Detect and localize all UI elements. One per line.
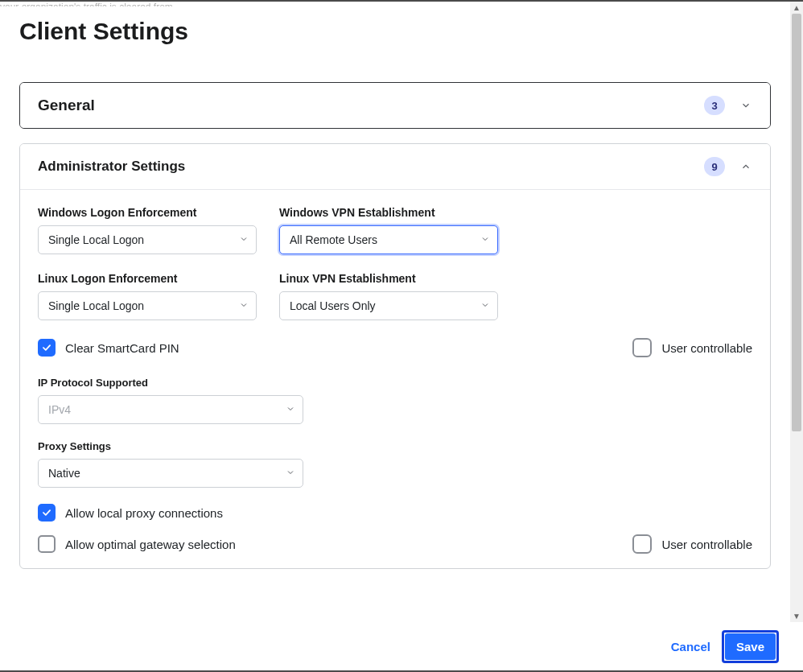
allow-local-proxy-label: Allow local proxy connections [65,506,223,520]
backdrop-text: your organization's traffic is cleared f… [0,2,790,6]
ip-protocol-select[interactable]: IPv4 [38,395,303,424]
footer-action-bar: Cancel Save [0,622,790,670]
linux-vpn-field: Linux VPN Establishment Local Users Only [279,272,498,320]
linux-logon-field: Linux Logon Enforcement Single Local Log… [38,272,257,320]
linux-logon-select[interactable]: Single Local Logon [38,291,257,320]
checkbox-checked-icon [38,504,56,522]
user-controllable-checkbox-2[interactable]: User controllable [632,534,752,554]
admin-panel-body: Windows Logon Enforcement Single Local L… [20,189,770,568]
chevron-up-icon [739,160,752,173]
windows-vpn-field: Windows VPN Establishment All Remote Use… [279,206,498,254]
user-controllable-label: User controllable [661,341,752,355]
checkbox-unchecked-icon [38,535,56,553]
settings-scroll-area[interactable]: your organization's traffic is cleared f… [0,2,790,622]
general-count-badge: 3 [704,96,725,115]
checkbox-checked-icon [38,339,56,357]
admin-panel: Administrator Settings 9 Windows Logon E… [19,143,771,569]
windows-vpn-select[interactable]: All Remote Users [279,225,498,254]
save-button-highlight: Save [722,630,779,663]
scrollbar-track[interactable] [790,14,803,610]
cancel-button[interactable]: Cancel [663,633,719,660]
linux-vpn-value: Local Users Only [290,299,376,312]
admin-panel-title: Administrator Settings [38,159,704,175]
proxy-settings-value: Native [48,467,80,480]
scrollbar-thumb[interactable] [792,14,801,431]
admin-count-badge: 9 [704,157,725,176]
checkbox-unchecked-icon [632,534,652,554]
allow-optimal-gateway-label: Allow optimal gateway selection [65,538,236,551]
user-controllable-label: User controllable [661,538,752,551]
general-panel: General 3 [19,82,771,129]
windows-logon-label: Windows Logon Enforcement [38,206,257,219]
ip-protocol-label: IP Protocol Supported [38,377,303,389]
windows-vpn-label: Windows VPN Establishment [279,206,498,219]
chevron-down-icon [739,99,752,112]
linux-logon-value: Single Local Logon [48,299,144,312]
scroll-up-icon[interactable]: ▲ [793,2,801,14]
general-panel-header[interactable]: General 3 [20,83,770,128]
checkbox-unchecked-icon [632,338,652,357]
ip-protocol-field: IP Protocol Supported IPv4 [38,377,303,424]
clear-smartcard-pin-label: Clear SmartCard PIN [65,341,179,355]
save-button[interactable]: Save [725,633,776,660]
page-title: Client Settings [19,18,771,45]
allow-local-proxy-checkbox[interactable]: Allow local proxy connections [38,504,223,522]
windows-logon-select[interactable]: Single Local Logon [38,225,257,254]
clear-smartcard-pin-checkbox[interactable]: Clear SmartCard PIN [38,339,179,357]
windows-logon-value: Single Local Logon [48,233,144,246]
linux-logon-label: Linux Logon Enforcement [38,272,257,285]
windows-logon-field: Windows Logon Enforcement Single Local L… [38,206,257,254]
vertical-scrollbar[interactable]: ▲ ▼ [790,2,803,622]
linux-vpn-label: Linux VPN Establishment [279,272,498,285]
user-controllable-checkbox-1[interactable]: User controllable [632,338,752,357]
general-panel-title: General [38,97,704,114]
proxy-settings-select[interactable]: Native [38,459,303,488]
admin-panel-header[interactable]: Administrator Settings 9 [20,144,770,189]
ip-protocol-value: IPv4 [48,403,71,416]
scroll-down-icon[interactable]: ▼ [793,610,801,622]
proxy-settings-field: Proxy Settings Native [38,440,303,488]
proxy-settings-label: Proxy Settings [38,440,303,452]
allow-optimal-gateway-checkbox[interactable]: Allow optimal gateway selection [38,535,236,553]
windows-vpn-value: All Remote Users [290,233,377,246]
linux-vpn-select[interactable]: Local Users Only [279,291,498,320]
